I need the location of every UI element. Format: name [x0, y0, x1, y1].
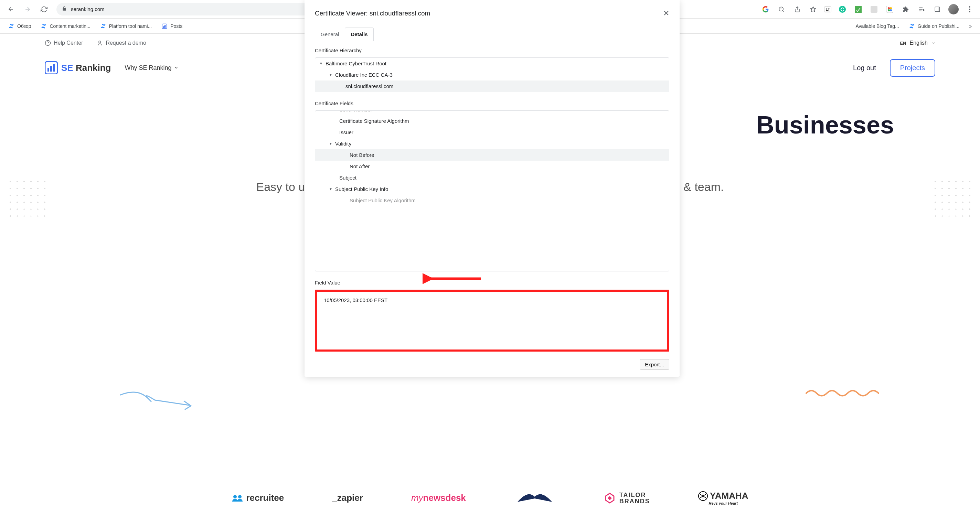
- certificate-viewer-dialog: Certificate Viewer: sni.cloudflaressl.co…: [304, 0, 679, 377]
- tab-details[interactable]: Details: [345, 27, 373, 41]
- field-label: Validity: [335, 141, 351, 146]
- field-sig-algo[interactable]: Certificate Signature Algorithm: [315, 115, 669, 127]
- field-not-before[interactable]: Not Before: [315, 149, 669, 160]
- field-spk-algo[interactable]: Subject Public Key Algorithm: [315, 195, 669, 206]
- mizuno-icon: [514, 488, 555, 505]
- decoration-swirl: [117, 384, 200, 412]
- fields-tree[interactable]: Serial Number Certificate Signature Algo…: [315, 110, 669, 271]
- projects-button[interactable]: Projects: [890, 59, 935, 77]
- tailor-icon: [603, 492, 616, 504]
- logo-text-post: Ranking: [76, 63, 111, 73]
- profile-avatar[interactable]: [948, 4, 959, 14]
- ext-grammarly-icon[interactable]: [838, 5, 847, 14]
- browser-menu-icon[interactable]: [965, 5, 975, 14]
- brand-yamaha-label: YAMAHA: [710, 491, 748, 501]
- logout-link[interactable]: Log out: [853, 64, 876, 72]
- logo-icon: [45, 61, 58, 74]
- chevron-down-icon: [931, 41, 935, 45]
- brand-mynewsdesk: mymynewsdesknewsdesk: [411, 492, 466, 503]
- request-demo-link[interactable]: Request a demo: [97, 40, 146, 46]
- brand-recruitee: recruitee: [232, 492, 284, 503]
- close-button[interactable]: ✕: [663, 9, 669, 18]
- svg-point-7: [888, 9, 890, 11]
- extensions-icon[interactable]: [901, 5, 910, 14]
- hierarchy-leaf[interactable]: sni.cloudflaressl.com: [315, 81, 669, 92]
- brand-tailor-line2: BRANDS: [619, 498, 650, 504]
- svg-rect-4: [886, 6, 893, 13]
- share-icon[interactable]: [792, 5, 802, 14]
- help-center-link[interactable]: Help Center: [45, 40, 83, 46]
- svg-rect-2: [855, 6, 862, 13]
- nav-why[interactable]: Why SE Ranking: [125, 64, 178, 71]
- hierarchy-tree: ▼Baltimore CyberTrust Root ▼Cloudflare I…: [315, 57, 669, 92]
- language-selector[interactable]: ENEnglish: [900, 40, 935, 46]
- fields-section: Certificate Fields Serial Number Certifi…: [304, 94, 679, 273]
- hero-sub-right: & team.: [683, 180, 724, 193]
- export-button[interactable]: Export...: [640, 359, 669, 370]
- field-spki[interactable]: ▼Subject Public Key Info: [315, 183, 669, 195]
- hierarchy-section: Certificate Hierarchy ▼Baltimore CyberTr…: [304, 41, 679, 94]
- svg-point-15: [99, 41, 101, 43]
- field-validity[interactable]: ▼Validity: [315, 138, 669, 149]
- bookmark-label: Content marketin...: [49, 24, 90, 29]
- confluence-icon: [8, 23, 14, 29]
- hierarchy-root-label: Baltimore CyberTrust Root: [326, 60, 387, 67]
- bookmark-tags[interactable]: Available Blog Tag...: [856, 24, 899, 29]
- tab-general[interactable]: General: [315, 27, 345, 41]
- star-icon[interactable]: [808, 5, 818, 14]
- recruitee-icon: [232, 494, 243, 502]
- brand-tailor-line1: TAILOR: [619, 492, 650, 498]
- field-serial[interactable]: Serial Number: [315, 110, 669, 115]
- field-subject[interactable]: Subject: [315, 172, 669, 183]
- expand-icon: ▼: [319, 62, 324, 65]
- expand-icon: ▼: [329, 187, 334, 191]
- request-demo-label: Request a demo: [106, 40, 146, 46]
- decoration-dots: [932, 178, 973, 219]
- brand-yamaha: YAMAHARevs your Heart: [698, 491, 748, 505]
- field-issuer[interactable]: Issuer: [315, 127, 669, 138]
- google-icon[interactable]: [761, 5, 770, 14]
- playlist-icon[interactable]: [917, 5, 926, 14]
- back-button[interactable]: [5, 4, 16, 15]
- field-value-text: 10/05/2023, 03:00:00 EEST: [324, 297, 387, 303]
- svg-rect-12: [164, 25, 165, 28]
- zoom-icon[interactable]: [776, 5, 786, 14]
- svg-rect-9: [935, 7, 940, 12]
- hero-title-right: Businesses: [756, 111, 894, 139]
- reload-button[interactable]: [38, 4, 49, 15]
- site-logo[interactable]: SE Ranking: [45, 61, 111, 74]
- confluence-icon: [41, 23, 47, 29]
- bookmark-obzor[interactable]: Обзор: [8, 23, 31, 29]
- svg-point-6: [890, 7, 892, 9]
- sidepanel-icon[interactable]: [932, 5, 942, 14]
- svg-point-20: [233, 495, 237, 499]
- bookmarks-overflow[interactable]: »: [969, 24, 972, 29]
- expand-icon: ▼: [329, 73, 334, 77]
- svg-rect-17: [48, 68, 49, 71]
- decoration-dots: [7, 178, 48, 219]
- bookmark-platform[interactable]: Platform tool nami...: [100, 23, 152, 29]
- ext-gray-icon[interactable]: [869, 5, 879, 14]
- dialog-tabs: General Details: [304, 27, 679, 41]
- hierarchy-intermediate[interactable]: ▼Cloudflare Inc ECC CA-3: [315, 69, 669, 81]
- brand-zapier: _zapier: [332, 492, 363, 503]
- hierarchy-root[interactable]: ▼Baltimore CyberTrust Root: [315, 58, 669, 69]
- ext-green-icon[interactable]: [853, 5, 863, 14]
- field-label: Not Before: [350, 152, 374, 158]
- svg-rect-11: [163, 26, 164, 27]
- brand-mizuno: [514, 488, 555, 508]
- svg-point-1: [839, 5, 846, 13]
- bookmark-guide[interactable]: Guide on Publishi...: [909, 23, 959, 29]
- bookmark-label: Available Blog Tag...: [856, 24, 899, 29]
- lock-icon: [62, 6, 67, 12]
- forward-button[interactable]: [22, 4, 33, 15]
- field-not-after[interactable]: Not After: [315, 160, 669, 172]
- bookmark-content[interactable]: Content marketin...: [41, 23, 90, 29]
- fields-label: Certificate Fields: [315, 100, 669, 106]
- brand-tailor: TAILORBRANDS: [603, 492, 650, 504]
- field-value-section: Field Value 10/05/2023, 03:00:00 EEST: [304, 273, 679, 354]
- ext-color-icon[interactable]: [885, 5, 895, 14]
- field-label: Subject Public Key Info: [335, 186, 388, 192]
- ext-lt-icon[interactable]: LT: [824, 6, 831, 13]
- bookmark-posts[interactable]: Posts: [161, 23, 182, 29]
